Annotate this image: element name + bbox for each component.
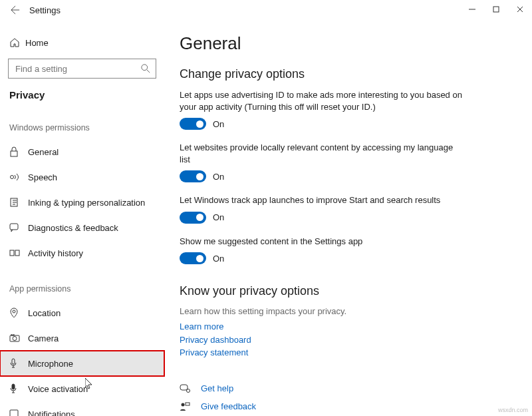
get-help-row[interactable]: Get help — [180, 382, 512, 395]
location-icon — [9, 308, 28, 318]
titlebar: Settings — [0, 0, 532, 20]
option-desc: Let Windows track app launches to improv… — [180, 194, 466, 206]
sidebar-item-location[interactable]: Location — [0, 300, 164, 325]
svg-point-22 — [182, 403, 185, 407]
help-icon — [180, 384, 193, 393]
speech-icon — [9, 172, 28, 182]
svg-rect-17 — [12, 359, 15, 364]
svg-rect-18 — [12, 384, 15, 389]
sidebar-item-speech[interactable]: Speech — [0, 164, 164, 190]
minimize-button[interactable] — [460, 0, 484, 19]
option-suggested-content: Show me suggested content in the Setting… — [180, 236, 512, 265]
svg-rect-11 — [10, 250, 14, 256]
settings-window: Settings Home Privacy Windows pe — [0, 0, 532, 416]
link-privacy-statement[interactable]: Privacy statement — [180, 346, 512, 359]
toggle-track — [180, 252, 206, 264]
sidebar-item-label: Inking & typing personalization — [28, 198, 145, 208]
help-link: Get help — [201, 382, 233, 395]
toggle-track — [180, 170, 206, 182]
svg-point-2 — [142, 65, 148, 71]
lock-icon — [9, 146, 28, 157]
close-button[interactable] — [508, 0, 532, 19]
option-desc: Let websites provide locally relevant co… — [180, 142, 466, 165]
sidebar-item-microphone[interactable]: Microphone — [0, 351, 164, 376]
sidebar-item-camera[interactable]: Camera — [0, 325, 164, 351]
sidebar-item-activity[interactable]: Activity history — [0, 240, 164, 266]
svg-rect-20 — [180, 385, 188, 390]
know-desc: Learn how this setting impacts your priv… — [180, 306, 512, 316]
window-controls — [460, 0, 532, 19]
svg-rect-4 — [11, 151, 17, 156]
section-heading: Change privacy options — [180, 67, 512, 81]
sidebar-item-label: Location — [28, 308, 61, 318]
search-input[interactable] — [8, 59, 156, 79]
content: General Change privacy options Let apps … — [165, 20, 532, 416]
toggle-suggested-content[interactable]: On — [180, 252, 512, 264]
option-track-app-launches: Let Windows track app launches to improv… — [180, 194, 512, 224]
search-field[interactable] — [14, 63, 141, 75]
voice-icon — [9, 383, 28, 394]
svg-point-13 — [13, 310, 15, 313]
option-desc: Let apps use advertising ID to make ads … — [180, 89, 466, 112]
svg-rect-10 — [10, 224, 18, 230]
know-heading: Know your privacy options — [180, 284, 512, 298]
toggle-language-list[interactable]: On — [180, 170, 512, 182]
home-icon — [9, 37, 25, 48]
home-label: Home — [25, 38, 49, 48]
svg-point-15 — [13, 337, 17, 341]
sidebar-item-diagnostics[interactable]: Diagnostics & feedback — [0, 215, 164, 240]
page-title: General — [180, 33, 512, 54]
toggle-advertising-id[interactable]: On — [180, 118, 512, 130]
sidebar-section: Privacy — [0, 89, 164, 101]
sidebar-item-label: Microphone — [28, 359, 73, 369]
sidebar-item-label: Speech — [28, 172, 57, 182]
toggle-state: On — [213, 119, 224, 129]
history-icon — [9, 249, 28, 257]
svg-rect-23 — [186, 403, 190, 405]
toggle-state: On — [213, 212, 224, 222]
svg-rect-16 — [11, 334, 14, 335]
toggle-track-app-launches[interactable]: On — [180, 212, 512, 224]
toggle-state: On — [213, 172, 224, 182]
option-advertising-id: Let apps use advertising ID to make ads … — [180, 89, 512, 130]
sidebar: Home Privacy Windows permissions General — [0, 20, 165, 416]
feedback-link: Give feedback — [201, 400, 256, 413]
svg-point-5 — [11, 176, 14, 179]
watermark: wsxdn.com — [498, 407, 528, 413]
svg-point-21 — [187, 389, 190, 392]
sidebar-item-label: Diagnostics & feedback — [28, 223, 118, 233]
toggle-state: On — [213, 254, 224, 264]
sidebar-item-voice-activation[interactable]: Voice activation — [0, 376, 164, 401]
toggle-track — [180, 118, 206, 130]
link-privacy-dashboard[interactable]: Privacy dashboard — [180, 333, 512, 347]
group-app-permissions: App permissions — [0, 266, 164, 300]
sidebar-item-notifications[interactable]: Notifications — [0, 401, 164, 416]
option-desc: Show me suggested content in the Setting… — [180, 236, 466, 248]
search-icon — [141, 64, 150, 73]
svg-rect-19 — [10, 410, 18, 416]
give-feedback-row[interactable]: Give feedback — [180, 400, 512, 413]
notifications-icon — [9, 409, 28, 416]
inking-icon — [9, 197, 28, 208]
camera-icon — [9, 334, 28, 342]
body: Home Privacy Windows permissions General — [0, 20, 532, 416]
feedback-icon — [9, 223, 28, 232]
sidebar-item-label: General — [28, 147, 59, 157]
window-title: Settings — [29, 5, 61, 15]
link-learn-more[interactable]: Learn more — [180, 320, 512, 333]
group-windows-permissions: Windows permissions — [0, 104, 164, 139]
svg-rect-1 — [493, 7, 499, 12]
home-item[interactable]: Home — [0, 33, 164, 52]
back-icon[interactable] — [9, 4, 21, 16]
feedback-person-icon — [180, 402, 193, 411]
sidebar-item-label: Notifications — [28, 409, 75, 417]
maximize-button[interactable] — [484, 0, 508, 19]
sidebar-item-label: Camera — [28, 333, 59, 343]
svg-rect-12 — [15, 250, 19, 256]
sidebar-item-inking[interactable]: Inking & typing personalization — [0, 190, 164, 215]
option-language-list: Let websites provide locally relevant co… — [180, 142, 512, 182]
sidebar-item-general[interactable]: General — [0, 139, 164, 164]
svg-line-3 — [147, 70, 150, 73]
sidebar-item-label: Voice activation — [28, 384, 88, 394]
microphone-icon — [9, 358, 28, 369]
